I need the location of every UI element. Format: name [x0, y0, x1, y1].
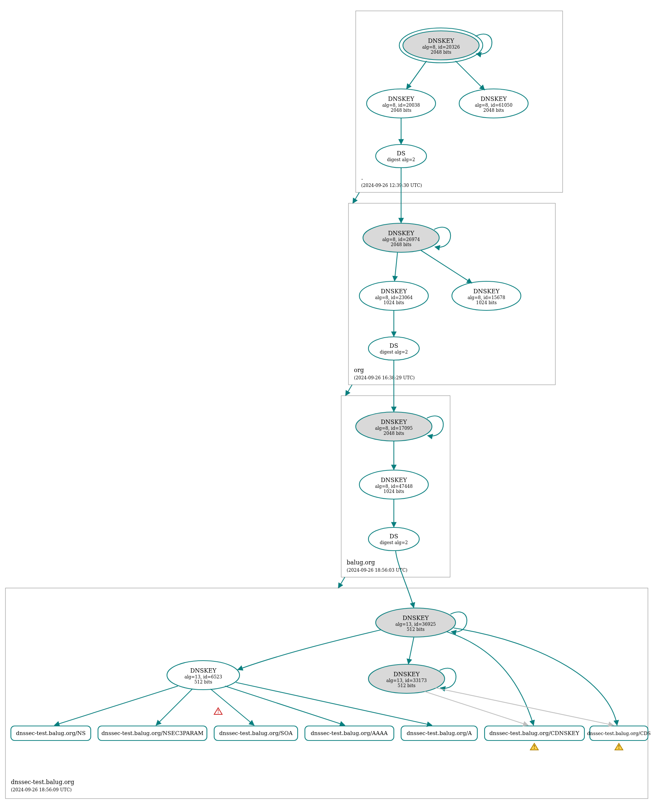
edge-org-ksk-zsk — [395, 253, 397, 281]
zone-target-ts: (2024-09-26 18:56:09 UTC) — [11, 787, 72, 792]
svg-text:alg=13, id=33173: alg=13, id=33173 — [386, 678, 427, 683]
edge-target-ksk-zsk — [238, 630, 381, 670]
svg-text:512 bits: 512 bits — [407, 627, 424, 632]
svg-text:DNSKEY: DNSKEY — [388, 230, 414, 237]
edge-target-ksk-greykey — [408, 637, 414, 664]
svg-text:2048 bits: 2048 bits — [384, 431, 404, 436]
zone-org: org (2024-09-26 16:38:29 UTC) DNSKEY alg… — [348, 168, 555, 385]
zone-target-name: dnssec-test.balug.org — [11, 778, 74, 786]
rr-aaaa: dnssec-test.balug.org/AAAA — [305, 726, 394, 740]
node-org-ds: DS digest alg=2 — [368, 337, 419, 360]
zone-balug-ts: (2024-09-26 18:56:03 UTC) — [346, 568, 407, 573]
edge-deleg-root-org — [353, 192, 359, 203]
svg-text:DNSKEY: DNSKEY — [190, 667, 216, 674]
rr-nsec3param: dnssec-test.balug.org/NSEC3PARAM — [98, 726, 207, 740]
rr-soa: dnssec-test.balug.org/SOA — [214, 726, 298, 740]
edge-ksk-cdnskey — [447, 632, 534, 725]
edge-zsk-nsec3p — [156, 689, 192, 725]
node-balug-ksk: DNSKEY alg=8, id=17095 2048 bits — [356, 412, 432, 441]
svg-text:alg=8, id=15678: alg=8, id=15678 — [467, 295, 505, 300]
svg-text:dnssec-test.balug.org/SOA: dnssec-test.balug.org/SOA — [219, 730, 293, 737]
warning-icon-cds: ! — [615, 743, 623, 750]
svg-text:DS: DS — [397, 150, 406, 157]
edge-grey-cds — [436, 688, 613, 725]
node-org-ksk: DNSKEY alg=8, id=26974 2048 bits — [363, 223, 439, 252]
node-target-ksk: DNSKEY alg=13, id=36925 512 bits — [376, 608, 456, 637]
svg-text:2048 bits: 2048 bits — [484, 108, 504, 113]
node-root-ksk: DNSKEY alg=8, id=20326 2048 bits — [399, 28, 483, 63]
zone-root: . (2024-09-26 12:39:30 UTC) DNSKEY alg=8… — [356, 11, 563, 192]
edge-balugds-targetksk — [396, 551, 414, 607]
node-root-standby: DNSKEY alg=8, id=61050 2048 bits — [459, 89, 528, 118]
warning-icon-cdnskey: ! — [530, 743, 538, 750]
svg-text:dnssec-test.balug.org/NSEC3PAR: dnssec-test.balug.org/NSEC3PARAM — [101, 730, 203, 737]
node-target-zsk: DNSKEY alg=13, id=6523 512 bits — [167, 661, 240, 690]
zone-org-ts: (2024-09-26 16:38:29 UTC) — [354, 375, 415, 380]
zone-org-name: org — [354, 366, 364, 374]
svg-text:alg=8, id=26974: alg=8, id=26974 — [382, 237, 420, 242]
svg-text:dnssec-test.balug.org/CDNSKEY: dnssec-test.balug.org/CDNSKEY — [489, 730, 580, 737]
svg-text:DNSKEY: DNSKEY — [381, 476, 407, 484]
svg-text:512 bits: 512 bits — [194, 679, 212, 685]
edge-root-ksk-stand — [456, 61, 485, 90]
svg-text:!: ! — [217, 709, 219, 714]
rr-cdnskey: dnssec-test.balug.org/CDNSKEY — [485, 726, 584, 740]
svg-text:alg=8, id=20038: alg=8, id=20038 — [382, 103, 420, 108]
svg-text:dnssec-test.balug.org/A: dnssec-test.balug.org/A — [407, 730, 472, 737]
svg-text:512 bits: 512 bits — [397, 683, 415, 688]
svg-text:2048 bits: 2048 bits — [391, 108, 412, 113]
edge-zsk-ns — [55, 686, 178, 725]
node-root-ds: DS digest alg=2 — [376, 145, 427, 168]
svg-text:2048 bits: 2048 bits — [431, 50, 452, 55]
svg-text:alg=13, id=36925: alg=13, id=36925 — [395, 622, 436, 627]
svg-text:digest alg=2: digest alg=2 — [380, 540, 407, 545]
node-balug-zsk: DNSKEY alg=8, id=47448 1024 bits — [359, 470, 428, 499]
rr-ns: dnssec-test.balug.org/NS — [11, 726, 91, 740]
svg-text:1024 bits: 1024 bits — [384, 300, 404, 305]
rr-cds: dnssec-test.balug.org/CDS — [587, 726, 650, 740]
node-root-zsk: DNSKEY alg=8, id=20038 2048 bits — [367, 89, 436, 118]
svg-text:dnssec-test.balug.org/AAAA: dnssec-test.balug.org/AAAA — [311, 730, 388, 737]
zone-balug-name: balug.org — [346, 559, 375, 566]
svg-text:DNSKEY: DNSKEY — [381, 288, 407, 295]
edge-ksk-cds — [454, 628, 617, 725]
svg-text:alg=8, id=47448: alg=8, id=47448 — [375, 484, 413, 489]
zone-root-ts: (2024-09-26 12:39:30 UTC) — [361, 183, 422, 188]
svg-text:DNSKEY: DNSKEY — [473, 288, 499, 295]
svg-text:alg=8, id=23064: alg=8, id=23064 — [375, 295, 413, 300]
svg-text:DNSKEY: DNSKEY — [481, 95, 507, 102]
node-org-standby: DNSKEY alg=8, id=15678 1024 bits — [452, 281, 521, 310]
edge-deleg-org-balug — [346, 385, 352, 396]
svg-text:digest alg=2: digest alg=2 — [387, 157, 415, 162]
svg-text:!: ! — [533, 745, 536, 750]
svg-text:1024 bits: 1024 bits — [384, 489, 404, 494]
svg-text:2048 bits: 2048 bits — [391, 242, 412, 247]
rr-a: dnssec-test.balug.org/A — [401, 726, 477, 740]
svg-rect-45 — [5, 588, 648, 798]
svg-text:DS: DS — [389, 533, 398, 540]
svg-text:digest alg=2: digest alg=2 — [380, 350, 407, 355]
svg-text:DNSKEY: DNSKEY — [403, 615, 429, 621]
svg-text:alg=8, id=20326: alg=8, id=20326 — [422, 45, 460, 50]
svg-text:dnssec-test.balug.org/CDS: dnssec-test.balug.org/CDS — [587, 731, 650, 736]
svg-text:DNSKEY: DNSKEY — [388, 95, 414, 102]
svg-text:dnssec-test.balug.org/NS: dnssec-test.balug.org/NS — [16, 730, 85, 737]
edge-zsk-soa — [211, 689, 254, 725]
edge-org-ksk-stand — [421, 250, 472, 283]
svg-text:DS: DS — [389, 342, 398, 349]
zone-balug: balug.org (2024-09-26 18:56:03 UTC) DNSK… — [341, 360, 450, 577]
node-org-zsk: DNSKEY alg=8, id=23064 1024 bits — [359, 281, 428, 310]
svg-text:!: ! — [618, 745, 620, 750]
edge-root-ksk-zsk — [407, 61, 427, 89]
svg-text:DNSKEY: DNSKEY — [394, 671, 420, 678]
svg-text:1024 bits: 1024 bits — [476, 300, 497, 305]
error-icon: ! — [214, 708, 222, 714]
edge-deleg-balug-target — [338, 577, 345, 588]
rr-row: dnssec-test.balug.org/NS dnssec-test.bal… — [11, 726, 651, 740]
svg-text:DNSKEY: DNSKEY — [428, 37, 454, 44]
svg-text:alg=13, id=6523: alg=13, id=6523 — [185, 675, 222, 679]
svg-text:alg=8, id=17095: alg=8, id=17095 — [375, 426, 413, 431]
svg-text:DNSKEY: DNSKEY — [381, 418, 407, 426]
svg-text:alg=8, id=61050: alg=8, id=61050 — [475, 103, 513, 108]
zone-target: dnssec-test.balug.org (2024-09-26 18:56:… — [5, 551, 651, 798]
